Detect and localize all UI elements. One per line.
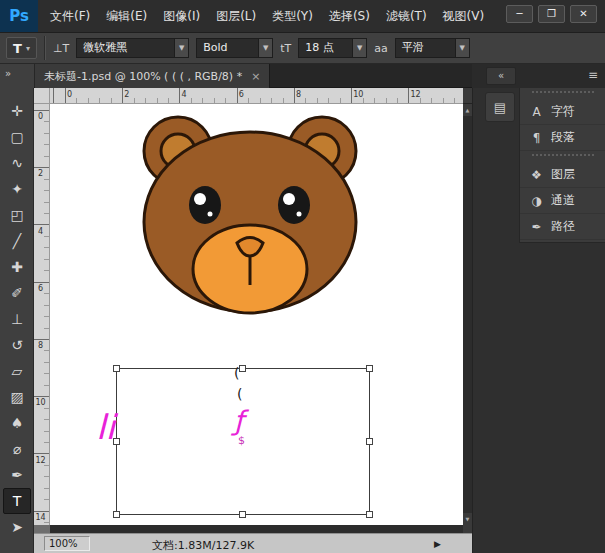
close-tab-icon[interactable]: × xyxy=(251,70,260,83)
font-family-value[interactable]: 微软雅黑 xyxy=(76,38,174,58)
text-orientation-icon[interactable]: ⊥T xyxy=(53,42,69,55)
font-size-value[interactable]: 18 点 xyxy=(298,38,352,58)
layers-icon: ❖ xyxy=(529,168,544,182)
menu-item-1[interactable]: 编辑(E) xyxy=(98,0,155,33)
transform-handle[interactable] xyxy=(366,365,373,372)
menu-item-0[interactable]: 文件(F) xyxy=(42,0,98,33)
transform-handle[interactable] xyxy=(366,511,373,518)
zoom-level-field[interactable]: 100% xyxy=(44,536,90,551)
ruler-vertical: 02468101214 xyxy=(34,104,50,525)
move-tool[interactable]: ✛ xyxy=(0,98,34,124)
dock-menu-icon[interactable]: ≡ xyxy=(588,68,598,82)
tool-options-bar: T ▾ ⊥T 微软雅黑 ▼ Bold ▼ tT 18 点 ▼ aa 平滑 ▼ xyxy=(0,33,605,64)
gradient-tool[interactable]: ▨ xyxy=(0,384,34,410)
scroll-up-icon[interactable]: ▲ xyxy=(463,104,472,116)
anti-alias-select[interactable]: 平滑 ▼ xyxy=(395,38,470,58)
brush-tool[interactable]: ✐ xyxy=(0,280,34,306)
font-style-select[interactable]: Bold ▼ xyxy=(196,38,273,58)
font-size-select[interactable]: 18 点 ▼ xyxy=(298,38,367,58)
panel-button-paths[interactable]: ✒路径 xyxy=(520,214,605,240)
menu-item-5[interactable]: 选择(S) xyxy=(321,0,378,33)
clone-stamp-tool[interactable]: ⊥ xyxy=(0,306,34,332)
menu-item-3[interactable]: 图层(L) xyxy=(208,0,264,33)
ruler-tick-label: 12 xyxy=(411,90,421,99)
font-family-select[interactable]: 微软雅黑 ▼ xyxy=(76,38,189,58)
ruler-tick-label: 8 xyxy=(34,341,47,350)
eyedropper-tool[interactable]: ╱ xyxy=(0,228,34,254)
font-size-icon: tT xyxy=(280,42,291,55)
spot-healing-brush-tool[interactable]: ✚ xyxy=(0,254,34,280)
scroll-down-icon[interactable]: ▼ xyxy=(463,513,472,525)
canvas[interactable]: ((liƒ$ xyxy=(50,104,463,525)
collapsed-panel-icon[interactable]: ▤ xyxy=(485,92,515,122)
panel-group-grip[interactable] xyxy=(532,91,594,99)
eraser-tool[interactable]: ▱ xyxy=(0,358,34,384)
quick-selection-tool[interactable]: ✦ xyxy=(0,176,34,202)
dropdown-arrow-icon[interactable]: ▼ xyxy=(174,38,189,58)
transform-handle[interactable] xyxy=(239,365,246,372)
path-selection-tool[interactable]: ➤ xyxy=(0,514,34,540)
dodge-tool[interactable]: ⌀ xyxy=(0,436,34,462)
dropdown-arrow-icon[interactable]: ▼ xyxy=(352,38,367,58)
close-button[interactable]: ✕ xyxy=(570,5,597,23)
panel-button-channels[interactable]: ◑通道 xyxy=(520,188,605,214)
document-tab[interactable]: 未标题-1.psd @ 100% ( ( ( , RGB/8) * × xyxy=(35,64,270,88)
photoshop-window: Ps 文件(F)编辑(E)图像(I)图层(L)类型(Y)选择(S)滤镜(T)视图… xyxy=(0,0,605,553)
horizontal-type-tool[interactable]: T xyxy=(3,488,31,514)
menu-list: 文件(F)编辑(E)图像(I)图层(L)类型(Y)选择(S)滤镜(T)视图(V) xyxy=(42,0,492,32)
menu-item-6[interactable]: 滤镜(T) xyxy=(378,0,435,33)
vertical-scrollbar[interactable]: ▲ ▼ xyxy=(463,104,472,525)
ruler-tick-label: 10 xyxy=(353,90,363,99)
font-style-value[interactable]: Bold xyxy=(196,38,258,58)
ruler-tick-label: 4 xyxy=(182,90,187,99)
horizontal-scrollbar[interactable] xyxy=(50,525,463,533)
type-tool-icon: T xyxy=(13,41,22,56)
transform-handle[interactable] xyxy=(366,438,373,445)
menu-bar: Ps 文件(F)编辑(E)图像(I)图层(L)类型(Y)选择(S)滤镜(T)视图… xyxy=(0,0,605,33)
ruler-tick-label: 0 xyxy=(67,90,72,99)
ruler-tick-label: 2 xyxy=(34,169,47,178)
restore-button[interactable]: ❐ xyxy=(538,5,565,23)
menu-item-7[interactable]: 视图(V) xyxy=(435,0,493,33)
dropdown-arrow-icon[interactable]: ▼ xyxy=(455,38,470,58)
scrollbar-corner xyxy=(463,525,472,533)
dropdown-arrow-icon[interactable]: ▼ xyxy=(258,38,273,58)
canvas-text-fragment: ( xyxy=(237,387,242,401)
window-controls: ─❐✕ xyxy=(506,0,605,32)
blur-tool[interactable]: ♠ xyxy=(0,410,34,436)
character-icon: A xyxy=(529,105,544,119)
scrollbar-top-corner xyxy=(463,88,472,104)
document-tab-title: 未标题-1.psd @ 100% ( ( ( , RGB/8) * xyxy=(44,69,242,84)
menu-item-2[interactable]: 图像(I) xyxy=(155,0,208,33)
dock-collapse-icon[interactable]: « xyxy=(486,67,516,85)
ruler-tick-label: 6 xyxy=(239,90,244,99)
lasso-tool[interactable]: ∿ xyxy=(0,150,34,176)
document-window: 024681012 02468101214 xyxy=(34,88,472,533)
pen-tool[interactable]: ✒ xyxy=(0,462,34,488)
panel-label: 通道 xyxy=(551,192,575,209)
anti-alias-value[interactable]: 平滑 xyxy=(395,38,455,58)
ruler-tick-label: 0 xyxy=(34,112,47,121)
history-brush-tool[interactable]: ↺ xyxy=(0,332,34,358)
rectangular-marquee-tool[interactable]: ▢ xyxy=(0,124,34,150)
panel-group-grip[interactable] xyxy=(532,154,594,162)
ruler-tick-label: 10 xyxy=(34,398,47,407)
tool-preset-picker[interactable]: T ▾ xyxy=(6,37,37,59)
panel-button-paragraph[interactable]: ¶段落 xyxy=(520,125,605,151)
minimize-button[interactable]: ─ xyxy=(506,5,533,23)
panel-button-layers[interactable]: ❖图层 xyxy=(520,162,605,188)
ruler-corner xyxy=(34,88,50,104)
ruler-tick-label: 12 xyxy=(34,456,47,465)
ruler-tick-label: 6 xyxy=(34,284,47,293)
crop-tool[interactable]: ◰ xyxy=(0,202,34,228)
canvas-text-fragment: li xyxy=(96,410,115,444)
menu-item-4[interactable]: 类型(Y) xyxy=(264,0,321,33)
status-flyout-icon[interactable]: ▶ xyxy=(434,539,441,549)
transform-handle[interactable] xyxy=(113,365,120,372)
transform-handle[interactable] xyxy=(239,511,246,518)
toolbox-collapse-icon[interactable]: » xyxy=(0,64,34,88)
transform-handle[interactable] xyxy=(113,511,120,518)
ps-logo: Ps xyxy=(0,0,38,32)
panel-button-character[interactable]: A字符 xyxy=(520,99,605,125)
dock-header: « ≡ xyxy=(472,64,605,88)
